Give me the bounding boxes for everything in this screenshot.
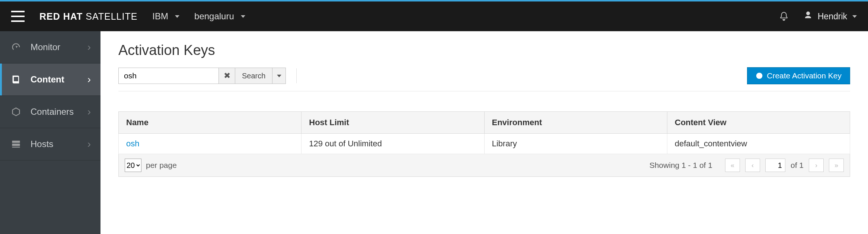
search-dropdown-button[interactable] <box>272 68 286 84</box>
page-input[interactable] <box>765 159 785 172</box>
create-activation-key-button[interactable]: Create Activation Key <box>747 67 850 84</box>
chevron-down-icon <box>241 15 245 18</box>
cell-content-view: default_contentview <box>667 134 850 154</box>
cell-environment: Library <box>484 134 667 154</box>
user-name: Hendrik <box>818 12 847 22</box>
toolbar: ✖ Search Create Activation Key <box>118 67 850 91</box>
key-name-link[interactable]: osh <box>126 139 139 148</box>
chevron-down-icon <box>175 15 179 18</box>
location-label: bengaluru <box>194 11 234 22</box>
chevron-right-icon: › <box>87 106 91 118</box>
cell-host-limit: 129 out of Unlimited <box>301 134 484 154</box>
clear-search-button[interactable]: ✖ <box>219 68 235 84</box>
chevron-right-icon: › <box>87 41 91 53</box>
divider <box>296 68 297 83</box>
caret-down-icon <box>277 75 281 77</box>
notifications-icon[interactable] <box>779 11 789 22</box>
cube-icon <box>10 107 22 117</box>
main-content: Activation Keys ✖ Search Create Activati… <box>100 31 868 234</box>
user-icon <box>804 11 813 22</box>
search-button[interactable]: Search <box>235 68 272 84</box>
chevron-right-icon: › <box>87 74 91 85</box>
brand-light: SATELLITE <box>83 11 137 22</box>
table-footer: 20 per page Showing 1 - 1 of 1 « ‹ of 1 … <box>118 154 850 177</box>
create-button-label: Create Activation Key <box>767 71 842 80</box>
prev-page-button[interactable]: ‹ <box>745 159 760 172</box>
brand-bold: RED HAT <box>39 11 83 22</box>
last-page-button[interactable]: » <box>829 159 844 172</box>
user-menu[interactable]: Hendrik <box>804 11 857 22</box>
search-group: ✖ Search <box>118 68 286 84</box>
nav-label: Hosts <box>31 139 87 149</box>
of-label: of 1 <box>791 161 804 170</box>
page-title: Activation Keys <box>118 42 850 58</box>
col-name[interactable]: Name <box>119 112 301 134</box>
menu-toggle-icon[interactable] <box>11 11 25 22</box>
col-host-limit[interactable]: Host Limit <box>301 112 484 134</box>
location-selector[interactable]: bengaluru <box>194 11 245 22</box>
close-icon: ✖ <box>224 71 230 81</box>
next-page-button[interactable]: › <box>809 159 824 172</box>
table-header-row: Name Host Limit Environment Content View <box>119 112 850 134</box>
per-page-select[interactable]: 20 <box>125 159 141 172</box>
search-input[interactable] <box>118 68 219 84</box>
sidebar-item-containers[interactable]: Containers › <box>0 96 100 128</box>
sidebar: Monitor › Content › Containers › Hosts › <box>0 31 100 234</box>
plus-circle-icon <box>756 72 763 79</box>
nav-label: Monitor <box>31 42 87 52</box>
sidebar-item-hosts[interactable]: Hosts › <box>0 128 100 160</box>
col-content-view[interactable]: Content View <box>667 112 850 134</box>
col-environment[interactable]: Environment <box>484 112 667 134</box>
activation-keys-table: Name Host Limit Environment Content View… <box>118 111 850 154</box>
per-page-label: per page <box>146 161 177 170</box>
sidebar-item-content[interactable]: Content › <box>0 64 100 96</box>
book-icon <box>10 74 22 85</box>
dashboard-icon <box>10 42 22 52</box>
showing-text: Showing 1 - 1 of 1 <box>650 161 712 170</box>
first-page-button[interactable]: « <box>725 159 740 172</box>
brand-logo: RED HAT SATELLITE <box>39 11 137 22</box>
top-header: RED HAT SATELLITE IBM bengaluru Hendrik <box>0 1 868 31</box>
chevron-down-icon <box>852 15 857 18</box>
nav-label: Containers <box>31 107 87 117</box>
nav-label: Content <box>31 74 87 85</box>
chevron-right-icon: › <box>87 138 91 150</box>
org-label: IBM <box>152 11 168 22</box>
table-row: osh 129 out of Unlimited Library default… <box>119 134 850 154</box>
search-button-label: Search <box>242 72 265 80</box>
org-selector[interactable]: IBM <box>152 11 179 22</box>
server-icon <box>10 139 22 149</box>
sidebar-item-monitor[interactable]: Monitor › <box>0 31 100 64</box>
